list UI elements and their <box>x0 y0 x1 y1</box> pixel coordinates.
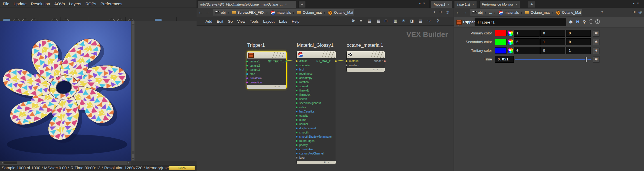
port-row[interactable]: normal <box>297 122 336 126</box>
follow-target-icon[interactable]: ◎ <box>446 10 449 14</box>
node-tripper1[interactable]: texture1NT_TEX_T... texture2 texture3 ti… <box>247 51 287 89</box>
pin-path-icon[interactable]: ⇥ <box>632 10 636 14</box>
scroll-right-icon[interactable]: ▸ <box>127 161 131 165</box>
time-slider[interactable] <box>515 59 591 60</box>
port-row[interactable]: smooth <box>297 130 336 135</box>
node-name-field[interactable]: Tripper1 <box>475 18 566 26</box>
input-port-dot[interactable] <box>296 64 298 66</box>
back-icon[interactable]: ← <box>198 8 203 17</box>
color-swatch[interactable] <box>495 47 507 54</box>
menu-edit[interactable]: Edit <box>217 19 223 24</box>
color-wheel-icon[interactable] <box>507 30 514 36</box>
maximize-pane-icon[interactable]: ▪ <box>633 2 634 5</box>
new-tab-button[interactable]: + <box>528 1 535 8</box>
breadcrumb-obj[interactable]: obj <box>470 9 484 16</box>
input-port-dot[interactable] <box>346 60 347 62</box>
menu-file[interactable]: File <box>3 2 9 6</box>
port-row[interactable]: filmwidth <box>297 88 336 93</box>
port-row[interactable]: customAov <box>297 147 336 151</box>
node-flags[interactable] <box>272 52 285 58</box>
menu-go[interactable]: Go <box>228 19 233 24</box>
info-icon[interactable]: i <box>589 19 593 24</box>
value-field-b[interactable]: 1 <box>566 47 591 54</box>
forward-icon[interactable]: → <box>205 8 210 17</box>
follow-target-icon[interactable]: ◎ <box>638 10 642 14</box>
input-port-dot[interactable] <box>246 77 248 79</box>
input-port-dot[interactable] <box>246 60 248 62</box>
input-port-dot[interactable] <box>296 73 298 75</box>
scrollbar-thumb[interactable] <box>132 25 134 151</box>
color-wheel-icon[interactable] <box>507 39 514 45</box>
input-port-dot[interactable] <box>296 157 298 159</box>
scroll-left-icon[interactable]: ◂ <box>0 161 4 165</box>
input-port-dot[interactable] <box>296 60 298 62</box>
node-flags[interactable] <box>370 51 384 58</box>
input-port-dot[interactable] <box>296 136 298 138</box>
input-port-dot[interactable] <box>296 85 298 87</box>
input-port-dot[interactable] <box>296 111 298 113</box>
pane-menu-icon[interactable]: ▼ <box>637 2 639 5</box>
search-icon[interactable]: ⚲ <box>583 19 586 25</box>
menu-tools[interactable]: Tools <box>250 19 259 24</box>
port-row[interactable]: texture2 <box>247 64 286 68</box>
input-port-dot[interactable] <box>246 69 248 71</box>
breadcrumb-materials[interactable]: materials <box>496 9 520 16</box>
menu-view[interactable]: View <box>237 19 245 24</box>
breadcrumb-octane-mat[interactable]: Octane_mat <box>523 9 551 16</box>
port-row[interactable]: bump <box>297 118 336 122</box>
horizontal-scrollbar[interactable]: ◂ ▸ <box>0 161 131 165</box>
close-icon[interactable]: × <box>472 3 474 6</box>
port-row[interactable]: projection <box>247 80 286 85</box>
gear-menu-icon[interactable]: ✱ <box>569 19 573 25</box>
port-row[interactable]: sheen <box>297 97 336 101</box>
port-row[interactable]: medium <box>347 63 385 67</box>
pin-path-icon[interactable]: ⇥ <box>439 10 442 14</box>
value-field-g[interactable]: 1 <box>540 38 565 45</box>
split-icon[interactable]: ◨ <box>410 18 414 23</box>
help-icon[interactable]: ? <box>595 19 600 24</box>
port-row[interactable]: brdf <box>297 67 336 72</box>
breadcrumb-octane-mat[interactable]: Octane_mat <box>295 9 323 16</box>
port-row[interactable]: time <box>247 72 286 76</box>
time-value-field[interactable]: 0.851 <box>495 56 514 63</box>
port-row[interactable]: roundEdges <box>297 139 336 143</box>
network-canvas[interactable]: VEX Builder Tripper1 Material_Glossy1 oc… <box>197 26 454 171</box>
port-row[interactable]: texture3 <box>247 68 286 72</box>
input-port-dot[interactable] <box>296 102 298 104</box>
tools-icon[interactable]: ⚒ <box>351 18 355 23</box>
input-port-dot[interactable] <box>296 77 298 79</box>
port-row[interactable]: hasCaustics <box>297 109 336 114</box>
menu-help[interactable]: Help <box>292 19 300 24</box>
color-swatch[interactable] <box>495 30 507 36</box>
scroll-down-icon[interactable]: ▼ <box>132 157 134 160</box>
back-icon[interactable]: ← <box>456 8 461 17</box>
tab-take-list[interactable]: Take List × <box>454 1 477 8</box>
port-row[interactable]: layer <box>297 156 336 160</box>
input-port-dot[interactable] <box>296 153 298 154</box>
rows-icon[interactable]: ▥ <box>393 18 397 23</box>
input-port-dot[interactable] <box>296 106 298 108</box>
find-icon[interactable]: ⚲ <box>437 18 439 23</box>
notes-icon[interactable]: ▤ <box>419 18 422 23</box>
node-footer[interactable]: ≡ = − <box>297 161 336 164</box>
highlight-icon[interactable]: ☀ <box>402 18 405 23</box>
close-icon[interactable]: × <box>515 3 517 6</box>
output-port-dot[interactable] <box>335 60 337 62</box>
input-port-dot[interactable] <box>296 94 298 96</box>
value-field-r[interactable]: 1 <box>514 30 540 37</box>
port-row[interactable]: smoothShadowTerminator <box>297 135 336 139</box>
gear-icon[interactable]: ✱ <box>593 56 599 63</box>
input-port-dot[interactable] <box>246 73 248 75</box>
value-field-b[interactable]: 0 <box>566 30 591 37</box>
input-port-dot[interactable] <box>296 132 298 133</box>
port-row[interactable]: diffuseNT_MAT_G... <box>297 59 336 63</box>
breadcrumb-octane-mat-node[interactable]: Octane_Mat <box>554 9 582 16</box>
grid-add-icon[interactable]: ⊞ <box>384 18 388 23</box>
pane-menu-icon[interactable]: ▼ <box>423 2 425 5</box>
menu-layers[interactable]: Layers <box>69 2 81 6</box>
houdini-help-icon[interactable]: H <box>576 19 579 24</box>
breadcrumb-octane-mat-node[interactable]: Octane_Mat <box>326 9 354 16</box>
forward-icon[interactable]: → <box>463 8 467 17</box>
port-row[interactable]: filmindex <box>297 93 336 97</box>
grid-small-icon[interactable]: ▦ <box>377 18 380 23</box>
